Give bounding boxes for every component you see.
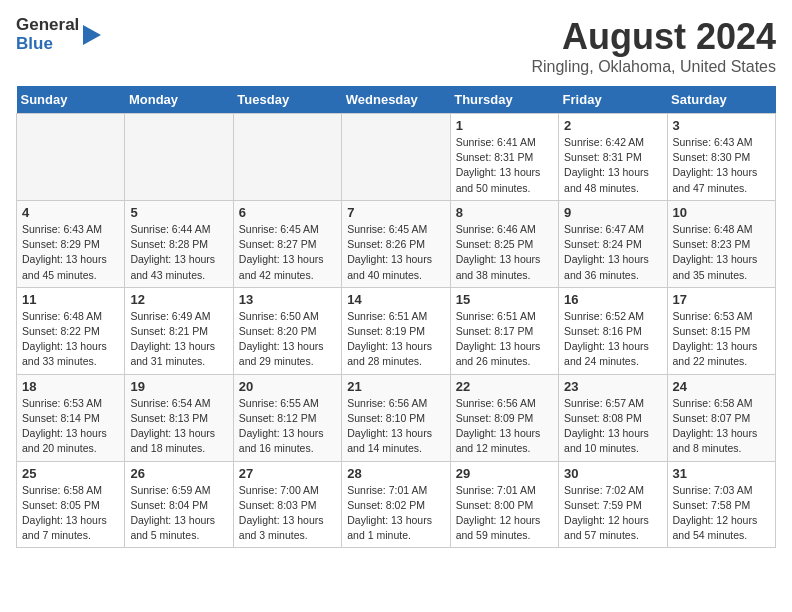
- calendar-cell: 12Sunrise: 6:49 AMSunset: 8:21 PMDayligh…: [125, 287, 233, 374]
- day-number: 18: [22, 379, 119, 394]
- day-number: 29: [456, 466, 553, 481]
- day-number: 15: [456, 292, 553, 307]
- calendar-cell: 24Sunrise: 6:58 AMSunset: 8:07 PMDayligh…: [667, 374, 775, 461]
- calendar-cell: 31Sunrise: 7:03 AMSunset: 7:58 PMDayligh…: [667, 461, 775, 548]
- calendar-week-3: 11Sunrise: 6:48 AMSunset: 8:22 PMDayligh…: [17, 287, 776, 374]
- calendar-cell: 19Sunrise: 6:54 AMSunset: 8:13 PMDayligh…: [125, 374, 233, 461]
- day-number: 6: [239, 205, 336, 220]
- day-number: 26: [130, 466, 227, 481]
- calendar-cell: 20Sunrise: 6:55 AMSunset: 8:12 PMDayligh…: [233, 374, 341, 461]
- day-detail: Sunrise: 7:03 AMSunset: 7:58 PMDaylight:…: [673, 483, 770, 544]
- calendar-cell: [125, 114, 233, 201]
- day-detail: Sunrise: 6:49 AMSunset: 8:21 PMDaylight:…: [130, 309, 227, 370]
- day-detail: Sunrise: 6:55 AMSunset: 8:12 PMDaylight:…: [239, 396, 336, 457]
- calendar-cell: 14Sunrise: 6:51 AMSunset: 8:19 PMDayligh…: [342, 287, 450, 374]
- day-detail: Sunrise: 6:45 AMSunset: 8:27 PMDaylight:…: [239, 222, 336, 283]
- day-detail: Sunrise: 6:54 AMSunset: 8:13 PMDaylight:…: [130, 396, 227, 457]
- col-sunday: Sunday: [17, 86, 125, 114]
- logo-general-text: General: [16, 16, 79, 35]
- day-number: 20: [239, 379, 336, 394]
- day-number: 21: [347, 379, 444, 394]
- day-number: 10: [673, 205, 770, 220]
- calendar-cell: 13Sunrise: 6:50 AMSunset: 8:20 PMDayligh…: [233, 287, 341, 374]
- calendar-cell: 30Sunrise: 7:02 AMSunset: 7:59 PMDayligh…: [559, 461, 667, 548]
- calendar-cell: 1Sunrise: 6:41 AMSunset: 8:31 PMDaylight…: [450, 114, 558, 201]
- day-number: 2: [564, 118, 661, 133]
- page-header: General Blue August 2024 Ringling, Oklah…: [16, 16, 776, 76]
- calendar-title: August 2024: [531, 16, 776, 58]
- day-detail: Sunrise: 6:58 AMSunset: 8:05 PMDaylight:…: [22, 483, 119, 544]
- calendar-cell: 17Sunrise: 6:53 AMSunset: 8:15 PMDayligh…: [667, 287, 775, 374]
- day-detail: Sunrise: 7:00 AMSunset: 8:03 PMDaylight:…: [239, 483, 336, 544]
- calendar-subtitle: Ringling, Oklahoma, United States: [531, 58, 776, 76]
- day-number: 9: [564, 205, 661, 220]
- calendar-cell: 6Sunrise: 6:45 AMSunset: 8:27 PMDaylight…: [233, 200, 341, 287]
- col-wednesday: Wednesday: [342, 86, 450, 114]
- day-number: 3: [673, 118, 770, 133]
- col-monday: Monday: [125, 86, 233, 114]
- calendar-cell: 18Sunrise: 6:53 AMSunset: 8:14 PMDayligh…: [17, 374, 125, 461]
- day-detail: Sunrise: 6:42 AMSunset: 8:31 PMDaylight:…: [564, 135, 661, 196]
- calendar-week-1: 1Sunrise: 6:41 AMSunset: 8:31 PMDaylight…: [17, 114, 776, 201]
- calendar-week-4: 18Sunrise: 6:53 AMSunset: 8:14 PMDayligh…: [17, 374, 776, 461]
- calendar-cell: 22Sunrise: 6:56 AMSunset: 8:09 PMDayligh…: [450, 374, 558, 461]
- day-detail: Sunrise: 6:45 AMSunset: 8:26 PMDaylight:…: [347, 222, 444, 283]
- calendar-cell: 10Sunrise: 6:48 AMSunset: 8:23 PMDayligh…: [667, 200, 775, 287]
- day-detail: Sunrise: 6:56 AMSunset: 8:09 PMDaylight:…: [456, 396, 553, 457]
- day-number: 31: [673, 466, 770, 481]
- day-detail: Sunrise: 6:57 AMSunset: 8:08 PMDaylight:…: [564, 396, 661, 457]
- calendar-cell: 5Sunrise: 6:44 AMSunset: 8:28 PMDaylight…: [125, 200, 233, 287]
- calendar-table: Sunday Monday Tuesday Wednesday Thursday…: [16, 86, 776, 548]
- day-detail: Sunrise: 6:58 AMSunset: 8:07 PMDaylight:…: [673, 396, 770, 457]
- day-detail: Sunrise: 6:48 AMSunset: 8:23 PMDaylight:…: [673, 222, 770, 283]
- calendar-header: Sunday Monday Tuesday Wednesday Thursday…: [17, 86, 776, 114]
- calendar-week-5: 25Sunrise: 6:58 AMSunset: 8:05 PMDayligh…: [17, 461, 776, 548]
- day-number: 22: [456, 379, 553, 394]
- logo-blue-text: Blue: [16, 35, 79, 54]
- calendar-cell: 2Sunrise: 6:42 AMSunset: 8:31 PMDaylight…: [559, 114, 667, 201]
- day-number: 25: [22, 466, 119, 481]
- calendar-cell: 7Sunrise: 6:45 AMSunset: 8:26 PMDaylight…: [342, 200, 450, 287]
- day-detail: Sunrise: 6:51 AMSunset: 8:19 PMDaylight:…: [347, 309, 444, 370]
- day-number: 11: [22, 292, 119, 307]
- logo-arrow-icon: [81, 21, 103, 49]
- calendar-cell: [342, 114, 450, 201]
- calendar-cell: 27Sunrise: 7:00 AMSunset: 8:03 PMDayligh…: [233, 461, 341, 548]
- day-detail: Sunrise: 6:48 AMSunset: 8:22 PMDaylight:…: [22, 309, 119, 370]
- title-block: August 2024 Ringling, Oklahoma, United S…: [531, 16, 776, 76]
- day-number: 7: [347, 205, 444, 220]
- day-detail: Sunrise: 6:52 AMSunset: 8:16 PMDaylight:…: [564, 309, 661, 370]
- day-detail: Sunrise: 6:53 AMSunset: 8:15 PMDaylight:…: [673, 309, 770, 370]
- calendar-cell: 28Sunrise: 7:01 AMSunset: 8:02 PMDayligh…: [342, 461, 450, 548]
- calendar-cell: [17, 114, 125, 201]
- day-number: 12: [130, 292, 227, 307]
- logo: General Blue: [16, 16, 103, 53]
- day-number: 17: [673, 292, 770, 307]
- calendar-cell: 21Sunrise: 6:56 AMSunset: 8:10 PMDayligh…: [342, 374, 450, 461]
- calendar-cell: 9Sunrise: 6:47 AMSunset: 8:24 PMDaylight…: [559, 200, 667, 287]
- day-number: 24: [673, 379, 770, 394]
- day-number: 30: [564, 466, 661, 481]
- day-detail: Sunrise: 7:02 AMSunset: 7:59 PMDaylight:…: [564, 483, 661, 544]
- day-detail: Sunrise: 6:59 AMSunset: 8:04 PMDaylight:…: [130, 483, 227, 544]
- day-number: 19: [130, 379, 227, 394]
- day-detail: Sunrise: 6:46 AMSunset: 8:25 PMDaylight:…: [456, 222, 553, 283]
- calendar-cell: 16Sunrise: 6:52 AMSunset: 8:16 PMDayligh…: [559, 287, 667, 374]
- day-number: 28: [347, 466, 444, 481]
- day-detail: Sunrise: 6:56 AMSunset: 8:10 PMDaylight:…: [347, 396, 444, 457]
- col-thursday: Thursday: [450, 86, 558, 114]
- day-number: 16: [564, 292, 661, 307]
- day-number: 8: [456, 205, 553, 220]
- day-detail: Sunrise: 7:01 AMSunset: 8:00 PMDaylight:…: [456, 483, 553, 544]
- day-detail: Sunrise: 6:43 AMSunset: 8:30 PMDaylight:…: [673, 135, 770, 196]
- calendar-cell: 3Sunrise: 6:43 AMSunset: 8:30 PMDaylight…: [667, 114, 775, 201]
- day-detail: Sunrise: 6:50 AMSunset: 8:20 PMDaylight:…: [239, 309, 336, 370]
- day-number: 5: [130, 205, 227, 220]
- day-number: 27: [239, 466, 336, 481]
- day-number: 23: [564, 379, 661, 394]
- day-detail: Sunrise: 6:47 AMSunset: 8:24 PMDaylight:…: [564, 222, 661, 283]
- calendar-cell: 15Sunrise: 6:51 AMSunset: 8:17 PMDayligh…: [450, 287, 558, 374]
- calendar-cell: 23Sunrise: 6:57 AMSunset: 8:08 PMDayligh…: [559, 374, 667, 461]
- calendar-cell: [233, 114, 341, 201]
- day-number: 14: [347, 292, 444, 307]
